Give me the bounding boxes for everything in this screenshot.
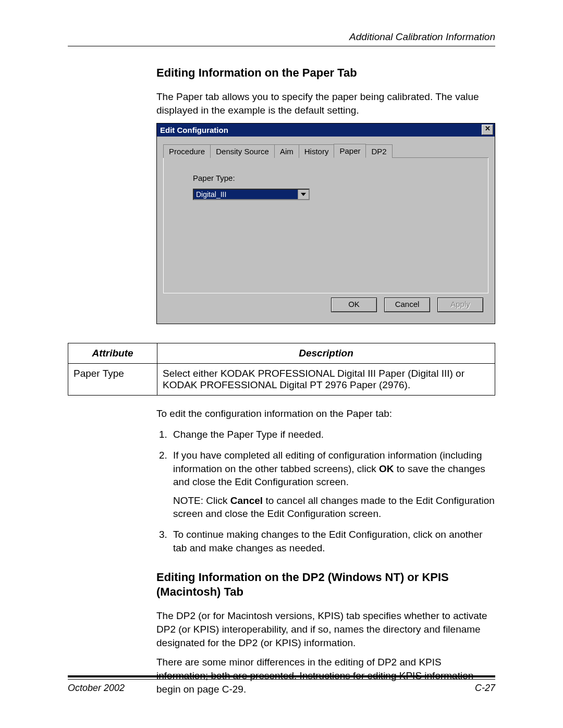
edit-configuration-dialog: Edit Configuration ✕ Procedure Density S… — [156, 123, 495, 324]
table-row: Paper Type Select either KODAK PROFESSIO… — [68, 364, 495, 396]
steps-intro: To edit the configuration information on… — [156, 408, 495, 419]
attribute-table: Attribute Description Paper Type Select … — [68, 343, 495, 396]
tab-procedure[interactable]: Procedure — [163, 144, 211, 158]
note-text-a: Click — [206, 495, 230, 506]
step-2-note: NOTE: Click Cancel to cancel all changes… — [173, 494, 495, 521]
footer-rule-thick — [68, 675, 495, 677]
paper-type-label: Paper Type: — [193, 174, 475, 182]
step-1: Change the Paper Type if needed. — [170, 428, 495, 441]
step-2: If you have completed all editing of con… — [170, 449, 495, 521]
step-2-ok: OK — [379, 463, 394, 474]
cancel-button[interactable]: Cancel — [384, 298, 430, 312]
tab-history[interactable]: History — [299, 144, 335, 158]
header-rule — [68, 46, 495, 46]
tab-dp2[interactable]: DP2 — [365, 144, 392, 158]
ok-button[interactable]: OK — [331, 298, 377, 312]
table-cell-attr: Paper Type — [68, 364, 157, 396]
tab-row: Procedure Density Source Aim History Pap… — [163, 143, 488, 158]
dialog-titlebar: Edit Configuration ✕ — [157, 124, 495, 137]
table-cell-desc: Select either KODAK PROFESSIONAL Digital… — [157, 364, 495, 396]
table-header-description: Description — [157, 343, 495, 364]
chevron-down-icon[interactable] — [298, 190, 309, 199]
table-header-attribute: Attribute — [68, 343, 157, 364]
apply-button: Apply — [437, 298, 483, 312]
tab-content-paper: Paper Type: Digital_III — [163, 158, 488, 293]
section-intro-paper-tab: The Paper tab allows you to specify the … — [156, 90, 495, 117]
dialog-button-row: OK Cancel Apply — [163, 293, 488, 317]
running-header: Additional Calibration Information — [68, 31, 495, 43]
page-footer: October 2002 C-27 — [68, 671, 495, 694]
close-icon[interactable]: ✕ — [482, 125, 493, 135]
footer-date: October 2002 — [68, 683, 125, 694]
paper-type-dropdown[interactable]: Digital_III — [193, 189, 310, 200]
section-title-dp2-tab: Editing Information on the DP2 (Windows … — [156, 570, 495, 599]
step-3: To continue making changes to the Edit C… — [170, 528, 495, 554]
footer-page: C-27 — [475, 683, 495, 694]
paper-type-value: Digital_III — [194, 190, 298, 199]
section2-p1: The DP2 (or for Macintosh versions, KPIS… — [156, 609, 495, 649]
footer-rule-thin — [68, 679, 495, 680]
tab-density-source[interactable]: Density Source — [210, 144, 275, 158]
steps-list: Change the Paper Type if needed. If you … — [156, 428, 495, 554]
section-title-paper-tab: Editing Information on the Paper Tab — [156, 66, 495, 80]
tab-aim[interactable]: Aim — [274, 144, 299, 158]
dialog-title: Edit Configuration — [160, 126, 228, 134]
tab-paper[interactable]: Paper — [334, 144, 366, 158]
note-cancel: Cancel — [230, 495, 263, 506]
note-label: NOTE: — [173, 495, 203, 506]
